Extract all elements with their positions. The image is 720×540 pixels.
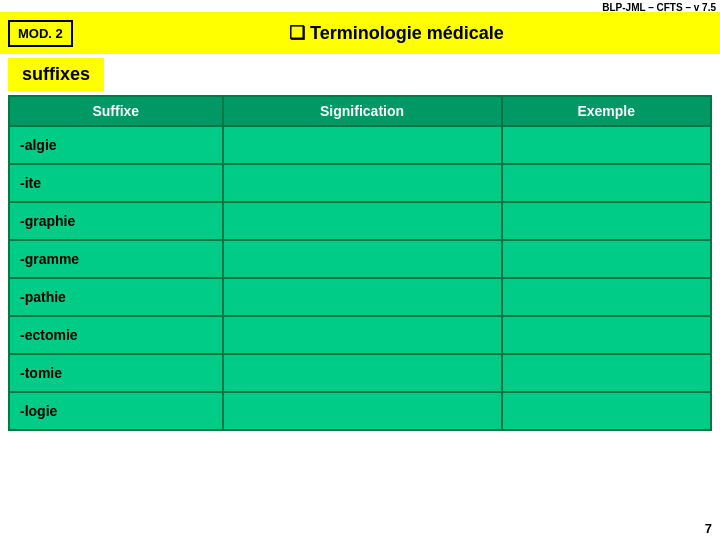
- header-row: MOD. 2 ❑ Terminologie médicale: [0, 12, 720, 54]
- table-cell-7-2: [502, 392, 711, 430]
- table-row: -ite: [9, 164, 711, 202]
- table-cell-2-2: [502, 202, 711, 240]
- table-row: -ectomie: [9, 316, 711, 354]
- table-cell-6-2: [502, 354, 711, 392]
- table-cell-3-2: [502, 240, 711, 278]
- page-number: 7: [705, 521, 712, 536]
- table-cell-6-1: [223, 354, 502, 392]
- table-cell-0-1: [223, 126, 502, 164]
- section-label: suffixes: [0, 54, 720, 95]
- table-cell-0-2: [502, 126, 711, 164]
- suffixes-table: Suffixe Signification Exemple -algie-ite…: [8, 95, 712, 431]
- version-label: BLP-JML – CFTS – v 7.5: [598, 0, 720, 15]
- table-cell-5-2: [502, 316, 711, 354]
- mod-badge: MOD. 2: [8, 20, 73, 47]
- table-cell-5-0: -ectomie: [9, 316, 223, 354]
- col-header-suffixe: Suffixe: [9, 96, 223, 126]
- table-cell-2-1: [223, 202, 502, 240]
- table-cell-2-0: -graphie: [9, 202, 223, 240]
- table-cell-4-0: -pathie: [9, 278, 223, 316]
- table-cell-1-0: -ite: [9, 164, 223, 202]
- table-row: -tomie: [9, 354, 711, 392]
- table-cell-4-1: [223, 278, 502, 316]
- table-cell-3-0: -gramme: [9, 240, 223, 278]
- table-cell-5-1: [223, 316, 502, 354]
- col-header-exemple: Exemple: [502, 96, 711, 126]
- table-cell-7-1: [223, 392, 502, 430]
- table-cell-1-1: [223, 164, 502, 202]
- col-header-signification: Signification: [223, 96, 502, 126]
- table-row: -graphie: [9, 202, 711, 240]
- table-cell-0-0: -algie: [9, 126, 223, 164]
- table-cell-7-0: -logie: [9, 392, 223, 430]
- table-header-row: Suffixe Signification Exemple: [9, 96, 711, 126]
- table-row: -pathie: [9, 278, 711, 316]
- table-cell-4-2: [502, 278, 711, 316]
- section-title: suffixes: [8, 58, 104, 91]
- table-cell-1-2: [502, 164, 711, 202]
- table-row: -gramme: [9, 240, 711, 278]
- table-cell-6-0: -tomie: [9, 354, 223, 392]
- header-title: ❑ Terminologie médicale: [73, 22, 720, 44]
- table-row: -algie: [9, 126, 711, 164]
- table-cell-3-1: [223, 240, 502, 278]
- table-row: -logie: [9, 392, 711, 430]
